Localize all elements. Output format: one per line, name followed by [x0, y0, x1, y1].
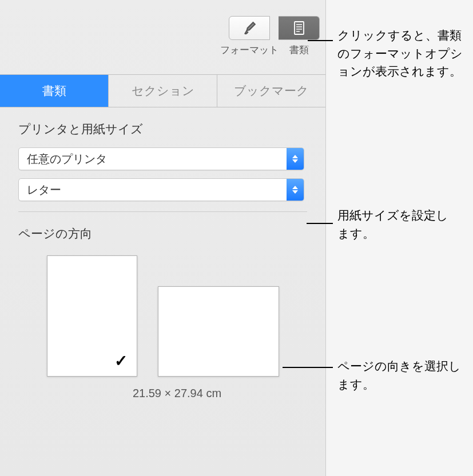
dropdown-arrows-icon	[287, 148, 304, 170]
svg-rect-0	[295, 22, 304, 34]
format-button[interactable]	[229, 16, 270, 40]
divider	[18, 211, 307, 212]
dropdown-arrows-icon	[287, 179, 304, 201]
tab-bookmark[interactable]: ブックマーク	[217, 75, 325, 107]
document-label: 書類	[289, 43, 309, 57]
printer-section-title: プリンタと用紙サイズ	[18, 121, 307, 137]
tab-document[interactable]: 書類	[0, 75, 109, 107]
brush-icon	[242, 21, 257, 35]
printer-value: 任意のプリンタ	[19, 151, 107, 167]
printer-dropdown[interactable]: 任意のプリンタ	[18, 147, 304, 170]
tabs: 書類 セクション ブックマーク	[0, 74, 325, 107]
format-label: フォーマット	[220, 43, 279, 57]
callout-paper-size: 用紙サイズを設定します。	[337, 206, 452, 242]
callout-document-button: クリックすると、書類のフォーマットオプションが表示されます。	[337, 26, 469, 81]
content-area: プリンタと用紙サイズ 任意のプリンタ レター ページの方向 ✓	[0, 107, 325, 414]
tab-section[interactable]: セクション	[109, 75, 217, 107]
document-toolbar-item: 書類	[279, 16, 320, 57]
orientation-portrait[interactable]: ✓	[47, 255, 137, 377]
portrait-preview: ✓	[47, 255, 137, 377]
paper-size-dropdown[interactable]: レター	[18, 178, 304, 201]
page-size-text: 21.59 × 27.94 cm	[18, 387, 307, 400]
landscape-preview	[158, 286, 279, 377]
orientation-container: ✓	[18, 255, 307, 377]
orientation-section-title: ページの方向	[18, 226, 307, 242]
checkmark-icon: ✓	[114, 351, 128, 370]
paper-value: レター	[19, 182, 61, 198]
callout-line	[308, 40, 333, 41]
orientation-landscape[interactable]	[158, 255, 279, 377]
document-icon	[293, 21, 305, 35]
format-toolbar-item: フォーマット	[220, 16, 279, 57]
callout-line	[283, 367, 333, 368]
callout-line	[307, 223, 333, 224]
toolbar: フォーマット 書類	[0, 0, 325, 74]
inspector-panel: フォーマット 書類 書類 セクション ブックマーク プリンタと用紙サイズ 任意の…	[0, 0, 326, 476]
document-button[interactable]	[279, 16, 320, 40]
callout-orientation: ページの向きを選択します。	[337, 357, 463, 393]
